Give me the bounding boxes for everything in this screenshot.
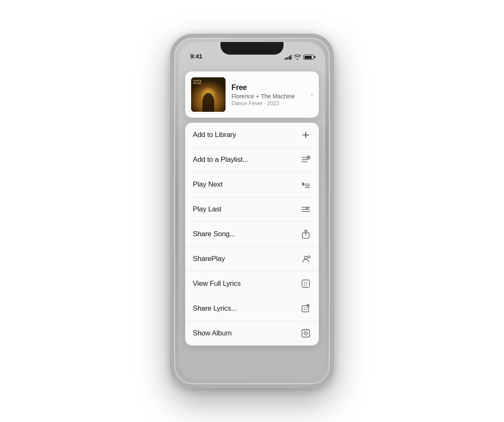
song-album-year: Dance Fever · 2022 bbox=[231, 100, 305, 106]
menu-item-add-to-library-label: Add to Library bbox=[193, 131, 236, 139]
menu-item-show-album[interactable]: Show Album bbox=[185, 321, 319, 346]
menu-item-add-to-library[interactable]: Add to Library bbox=[185, 123, 319, 148]
song-card[interactable]: DANCEFEVER Free Florence + The Machine D… bbox=[185, 71, 319, 118]
play-next-icon bbox=[300, 179, 311, 190]
phone-frame: 9:41 bbox=[170, 34, 334, 388]
album-label: DANCEFEVER bbox=[193, 79, 202, 84]
song-info: Free Florence + The Machine Dance Fever … bbox=[231, 83, 305, 106]
menu-item-add-to-playlist-label: Add to a Playlist... bbox=[193, 156, 248, 164]
menu-item-share-song-label: Share Song... bbox=[193, 230, 235, 238]
song-title: Free bbox=[231, 83, 305, 92]
content-area: DANCEFEVER Free Florence + The Machine D… bbox=[178, 63, 326, 380]
menu-item-share-lyrics[interactable]: Share Lyrics... bbox=[185, 296, 319, 321]
menu-item-view-full-lyrics[interactable]: View Full Lyrics bbox=[185, 272, 319, 296]
battery-icon bbox=[303, 55, 314, 60]
volume-up-button[interactable] bbox=[170, 92, 171, 113]
menu-item-share-lyrics-label: Share Lyrics... bbox=[193, 304, 237, 313]
volume-down-button[interactable] bbox=[170, 120, 171, 141]
svg-point-24 bbox=[305, 333, 306, 334]
share-song-icon bbox=[300, 229, 311, 240]
power-button[interactable] bbox=[333, 105, 334, 139]
svg-marker-8 bbox=[302, 182, 305, 186]
svg-rect-19 bbox=[302, 280, 310, 287]
shareplay-icon bbox=[300, 253, 311, 264]
menu-item-share-song[interactable]: Share Song... bbox=[185, 222, 319, 247]
menu-item-shareplay[interactable]: SharePlay bbox=[185, 247, 319, 272]
menu-item-shareplay-label: SharePlay bbox=[193, 255, 225, 263]
phone-screen: 9:41 bbox=[178, 42, 326, 380]
notch bbox=[220, 42, 284, 55]
menu-item-add-to-playlist[interactable]: Add to a Playlist... bbox=[185, 148, 319, 172]
share-lyrics-icon bbox=[300, 303, 311, 314]
menu-item-play-next[interactable]: Play Next bbox=[185, 172, 319, 197]
view-full-lyrics-icon bbox=[300, 278, 311, 289]
album-art: DANCEFEVER bbox=[191, 77, 226, 112]
song-artist: Florence + The Machine bbox=[231, 93, 305, 100]
signal-icon bbox=[285, 55, 292, 60]
play-last-icon bbox=[300, 204, 311, 215]
menu-item-play-last-label: Play Last bbox=[193, 205, 221, 214]
menu-item-play-next-label: Play Next bbox=[193, 180, 223, 189]
silent-button[interactable] bbox=[170, 71, 171, 85]
wifi-icon bbox=[294, 55, 301, 60]
add-to-library-icon bbox=[300, 129, 311, 140]
menu-item-show-album-label: Show Album bbox=[193, 329, 232, 338]
status-icons bbox=[285, 55, 314, 60]
status-time: 9:41 bbox=[190, 53, 202, 60]
add-to-playlist-icon bbox=[300, 154, 311, 165]
svg-point-18 bbox=[304, 256, 307, 259]
song-card-chevron: › bbox=[311, 91, 313, 98]
menu-item-view-full-lyrics-label: View Full Lyrics bbox=[193, 280, 241, 288]
show-album-icon bbox=[300, 328, 311, 339]
menu-item-play-last[interactable]: Play Last bbox=[185, 197, 319, 222]
context-menu: Add to Library Add to a Playlist... bbox=[185, 123, 319, 346]
